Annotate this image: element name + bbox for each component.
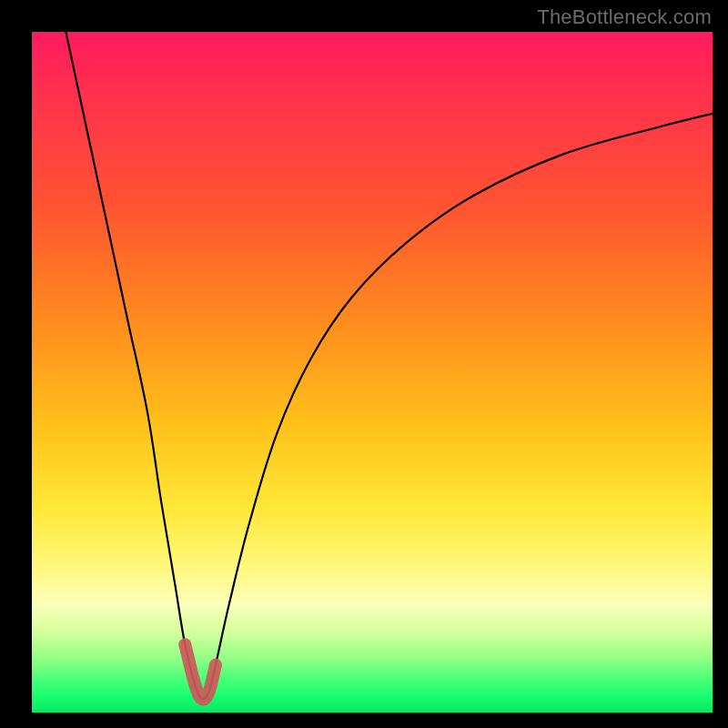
curve-layer [32, 32, 713, 713]
watermark-text: TheBottleneck.com [537, 5, 712, 29]
plot-area [32, 32, 713, 713]
chart-frame: TheBottleneck.com [0, 0, 728, 728]
valley-highlight [185, 644, 216, 699]
bottleneck-curve [66, 32, 713, 699]
